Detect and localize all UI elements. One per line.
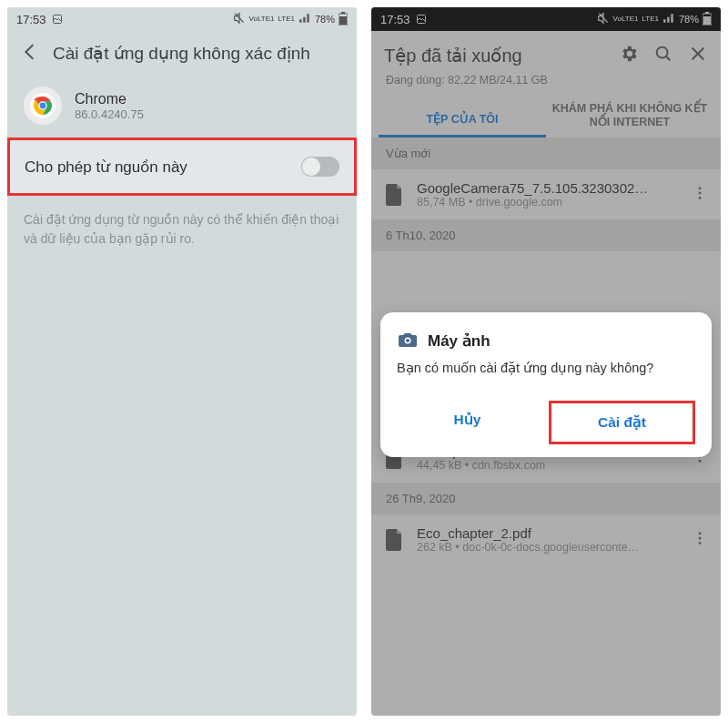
svg-rect-4 [339, 16, 347, 25]
dialog-message: Bạn có muốn cài đặt ứng dụng này không? [397, 361, 695, 375]
page-title: Cài đặt ứng dụng không xác định [53, 43, 310, 64]
status-time: 17:53 [16, 13, 46, 26]
svg-point-6 [39, 102, 46, 109]
dialog-title: Máy ảnh [428, 331, 490, 351]
statusbar: 17:53 VoLTE1 LTE1 78% [7, 7, 357, 31]
camera-icon [397, 329, 419, 353]
signal-icon [298, 12, 311, 26]
allow-from-source-row[interactable]: Cho phép từ nguồn này [7, 137, 357, 196]
battery-percent: 78% [315, 14, 335, 25]
battery-icon [339, 12, 348, 27]
mute-icon [233, 12, 246, 26]
back-icon[interactable] [20, 42, 40, 65]
svg-point-26 [406, 339, 410, 342]
app-name: Chrome [75, 91, 144, 107]
lte-indicator: LTE1 [278, 15, 295, 23]
volte-indicator: VoLTE1 [249, 15, 275, 23]
install-button[interactable]: Cài đặt [549, 401, 695, 444]
phone-settings-screen: 17:53 VoLTE1 LTE1 78% Cài đặt ứng dụng k… [7, 7, 357, 716]
app-info-row: Chrome 86.0.4240.75 [7, 79, 357, 137]
permission-description: Cài đặt ứng dụng từ nguồn này có thể khi… [7, 196, 357, 263]
header: Cài đặt ứng dụng không xác định [7, 31, 357, 79]
app-version: 86.0.4240.75 [75, 107, 144, 121]
gallery-icon [52, 14, 63, 25]
permission-toggle[interactable] [301, 157, 339, 177]
permission-label: Cho phép từ nguồn này [25, 158, 187, 177]
phone-downloads-screen: 17:53 VoLTE1 LTE1 78% Tệp đã tải xuống [371, 7, 721, 716]
chrome-icon [24, 87, 62, 125]
cancel-button[interactable]: Hủy [397, 401, 538, 444]
install-dialog: Máy ảnh Bạn có muốn cài đặt ứng dụng này… [380, 312, 712, 457]
